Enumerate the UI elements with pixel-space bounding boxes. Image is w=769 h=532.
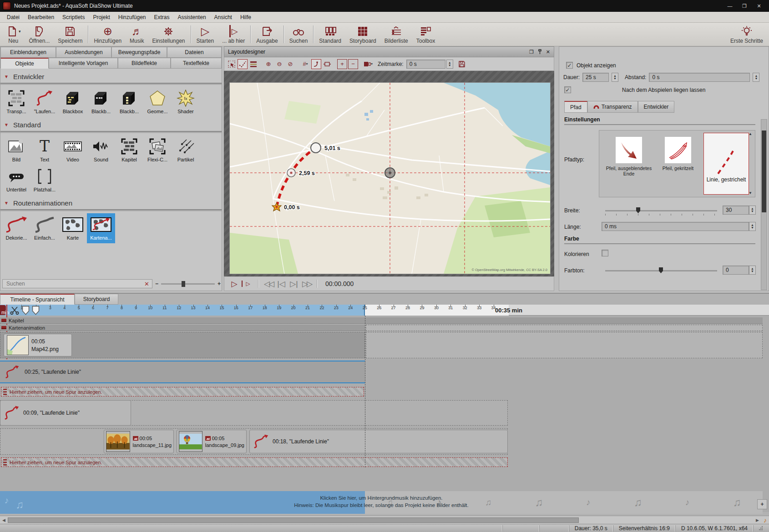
toolbox-item-partikel[interactable]: Partikel (172, 135, 200, 165)
settings-button[interactable]: Einstellungen (148, 23, 189, 45)
tab-pfad[interactable]: Pfad (564, 101, 587, 113)
menu-ansicht[interactable]: Ansicht (210, 13, 236, 22)
view-toolbox-button[interactable]: Toolbox (412, 23, 439, 45)
open-button[interactable]: Öffnen... (25, 23, 54, 45)
resize-grip[interactable] (753, 525, 769, 532)
maximize-button[interactable]: ❐ (737, 1, 752, 10)
width-spinner[interactable]: ▲▼ (749, 206, 756, 215)
landscape-11-clip[interactable]: 00:05 landscape_11.jpg (104, 430, 174, 453)
toolbox-item-shader[interactable]: fx Shader (172, 87, 200, 117)
music-track-button[interactable]: ♪ (761, 517, 769, 524)
zoom-out-icon[interactable]: ⊖ (274, 59, 284, 69)
zoom-fit-icon[interactable]: ⊘ (285, 59, 295, 69)
fast-forward-icon[interactable]: ▷▷ (301, 278, 312, 289)
toolbox-item-bild[interactable]: Bild (2, 135, 30, 165)
map-canvas[interactable]: 5,01 s 2,59 s 0,00 s © OpenStreetMap.org… (229, 82, 551, 274)
zeitmarke-spinner[interactable]: ▲▼ (446, 60, 453, 69)
section-entwickler-header[interactable]: ▼ Entwickler (0, 69, 222, 82)
length-spinner[interactable]: ▲▼ (749, 222, 756, 231)
toolbox-item-kartenanimation[interactable]: Kartena... (87, 213, 115, 243)
laufende-linie-clip-3[interactable]: 00:18, "Laufende Linie" (249, 430, 508, 453)
toolbox-zoom-slider[interactable] (161, 283, 215, 285)
width-field[interactable]: 30 (723, 206, 749, 215)
width-slider[interactable] (605, 210, 717, 211)
map-clip[interactable]: 00:05 Map42.png (4, 334, 72, 356)
vertical-zoom-in-button[interactable]: + (757, 499, 767, 509)
menu-extras[interactable]: Extras (150, 13, 174, 22)
menu-bearbeiten[interactable]: Bearbeiten (24, 13, 58, 22)
tab-timeline-spuransicht[interactable]: Timeline - Spuransicht (0, 294, 75, 305)
laufende-linie-clip-2[interactable]: 00:09, "Laufende Linie" (0, 400, 131, 426)
drop-new-track-zone[interactable]: Hierher ziehen, um neue Spur anzulegen. (1, 387, 364, 396)
toolbox-item-karte[interactable]: Karte (59, 213, 87, 243)
tab-objekte[interactable]: Objekte (0, 58, 49, 69)
toolbox-item-transparenz[interactable]: Transp... (2, 87, 30, 117)
toolbox-item-text[interactable]: T Text (30, 135, 59, 165)
layers-icon[interactable] (248, 59, 258, 69)
colorize-checkbox[interactable] (602, 250, 608, 256)
maximize-panel-icon[interactable]: ❐ (529, 49, 534, 55)
grid-toggle-icon[interactable]: #▾ (300, 59, 310, 69)
toolbox-item-laufende-linie[interactable]: "Laufen... (30, 87, 59, 117)
select-tool-icon[interactable] (227, 59, 237, 69)
tab-texteffekte[interactable]: Texteffekte (171, 58, 222, 69)
toolbox-item-sound[interactable]: Sound (87, 135, 115, 165)
close-panel-icon[interactable]: ✕ (546, 49, 550, 55)
drop-new-track-zone[interactable]: Hierher ziehen, um neue Spur anzulegen. (1, 457, 508, 467)
rewind-icon[interactable]: ◁◁ (263, 278, 274, 289)
clear-search-icon[interactable]: ✕ (144, 281, 149, 287)
pathtype-option-line-dashed[interactable]: Linie, gestrichelt (703, 133, 749, 195)
search-button[interactable]: Suchen (285, 23, 312, 45)
section-standard-header[interactable]: ▼ Standard (0, 117, 222, 130)
tab-ausblendungen[interactable]: Ausblendungen (56, 47, 111, 58)
save-view-icon[interactable] (457, 59, 467, 69)
start-button[interactable]: ▷ Starten (192, 23, 218, 45)
tab-entwickler[interactable]: Entwickler (638, 101, 675, 113)
landscape-09-clip[interactable]: 00:05 landscape_09.jpg (177, 430, 247, 453)
tab-storyboard[interactable]: Storyboard (75, 294, 118, 305)
curve-mode-icon[interactable] (311, 59, 321, 69)
menu-datei[interactable]: Datei (3, 13, 24, 22)
marker-flag-icon[interactable] (22, 306, 30, 315)
zeitmarke-field[interactable]: 0 s (406, 60, 445, 69)
kartenanimation-track-header[interactable]: Kartenanimation (0, 325, 365, 331)
menu-assistenten[interactable]: Assistenten (174, 13, 210, 22)
pathtype-scroll-down-icon[interactable]: ▼ (749, 191, 752, 195)
start-from-here-button[interactable]: ▷ ... ab hier (218, 23, 249, 45)
tab-dateien[interactable]: Dateien (167, 47, 222, 58)
zoom-in-icon[interactable]: ⊕ (263, 59, 273, 69)
minimize-button[interactable]: — (723, 1, 737, 10)
toolbox-item-einfache-linie[interactable]: Einfach... (30, 213, 59, 243)
toolbox-item-untertitel[interactable]: Untertitel (2, 165, 30, 195)
tab-bildeffekte[interactable]: Bildeffekte (118, 58, 171, 69)
tab-intelligente-vorlagen[interactable]: Intelligente Vorlagen (49, 58, 118, 69)
toolbox-item-video[interactable]: Video (59, 135, 87, 165)
gap-spinner[interactable]: ▲▼ (753, 73, 759, 82)
timeline-hscrollbar[interactable]: ◀ ▶ ♪ (0, 516, 769, 524)
collapse-track-icon[interactable] (1, 319, 6, 322)
duration-spinner[interactable]: ▲▼ (612, 73, 618, 82)
tab-transparenz[interactable]: Transparenz (587, 101, 638, 113)
pathtype-scroll-up-icon[interactable]: ▲ (749, 132, 752, 136)
search-input[interactable] (5, 280, 144, 287)
pin-icon[interactable] (538, 49, 542, 55)
tab-bewegungspfade[interactable]: Bewegungspfade (111, 47, 167, 58)
music-button[interactable]: ♬ Musik (126, 23, 148, 45)
menu-projekt[interactable]: Projekt (89, 13, 114, 22)
laufende-linie-clip-selected[interactable]: 00:25, "Laufende Linie" (0, 361, 365, 383)
view-standard-button[interactable]: Standard (315, 23, 345, 45)
section-routenanimationen-header[interactable]: ▼ Routenanimationen (0, 195, 222, 208)
zoom-out-minus-icon[interactable]: − (155, 281, 158, 287)
show-object-checkbox[interactable]: ✓ (566, 62, 573, 69)
menu-scriptlets[interactable]: Scriptlets (58, 13, 89, 22)
add-button[interactable]: ⊕ Hinzufügen (90, 23, 126, 45)
toolbox-item-blackbox[interactable]: Blackbox (59, 87, 87, 117)
go-to-end-icon[interactable]: ▷| (288, 278, 299, 289)
timeline-ruler[interactable]: 1234567891011121314151617181920212223242… (0, 305, 769, 316)
hue-spinner[interactable]: ▲▼ (749, 266, 756, 275)
toolbox-item-kapitel[interactable]: Kapitel (115, 135, 143, 165)
pathtype-option-arrow-faded[interactable]: Pfeil, ausgeblendetes Ende (605, 136, 653, 176)
play-from-here-button[interactable]: ▷ (242, 281, 253, 287)
marker-flag-icon[interactable] (32, 306, 40, 315)
properties-scrollbar[interactable] (761, 119, 767, 290)
